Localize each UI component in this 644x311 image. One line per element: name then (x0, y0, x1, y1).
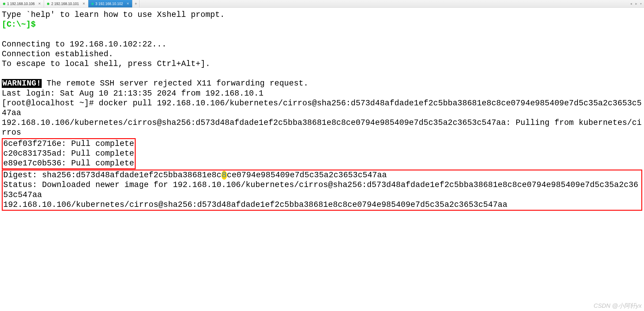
tab-session-3[interactable]: 3 192.168.10.102 ✕ (88, 0, 132, 7)
tab-nav-left-icon[interactable]: ◄ (629, 2, 633, 5)
close-icon[interactable]: ✕ (38, 2, 41, 6)
shell-prompt: [root@localhost ~]# (2, 99, 99, 108)
connecting-line: Connecting to 192.168.10.102:22... (2, 40, 167, 49)
tab-bar: 1 192.168.10.106 ✕ 2 192.168.10.101 ✕ 3 … (0, 0, 644, 8)
tab-session-2[interactable]: 2 192.168.10.101 ✕ (44, 0, 88, 7)
terminal-output[interactable]: Type `help' to learn how to use Xshell p… (0, 8, 644, 213)
cursor-highlight: 8 (221, 171, 227, 180)
last-login-line: Last login: Sat Aug 10 21:13:35 2024 fro… (2, 89, 264, 98)
new-tab-button[interactable]: + (132, 0, 139, 7)
digest-prefix: Digest: sha256:d573d48afdade1ef2c5bba386… (3, 171, 221, 180)
status-dot-icon (3, 3, 5, 5)
layer-line: e89e17c0b536: Pull complete (3, 159, 134, 168)
close-icon[interactable]: ✕ (126, 2, 129, 6)
digest-suffix: ce0794e985409e7d5c35a2c3653c547aa (227, 171, 387, 180)
status-line: Status: Downloaded newer image for 192.1… (3, 181, 638, 199)
layer-line: c20c831735ad: Pull complete (3, 149, 134, 158)
tab-session-1[interactable]: 1 192.168.10.106 ✕ (0, 0, 44, 7)
local-prompt: [C:\~]$ (2, 20, 40, 29)
tab-nav-controls: ◄ ► ▾ (629, 0, 644, 7)
final-ref-line: 192.168.10.106/kubernetes/cirros@sha256:… (3, 200, 507, 209)
tab-label: 1 192.168.10.106 (7, 2, 35, 6)
warning-label: WARNING! (2, 79, 42, 88)
tab-label: 3 192.168.10.102 (95, 2, 123, 6)
status-dot-icon (47, 3, 49, 5)
layers-annotation-box: 6cef03f2716e: Pull complete c20c831735ad… (2, 138, 136, 170)
tab-nav-menu-icon[interactable]: ▾ (640, 2, 642, 5)
layer-line: 6cef03f2716e: Pull complete (3, 139, 134, 148)
warning-text: The remote SSH server rejected X11 forwa… (42, 79, 308, 88)
established-line: Connection established. (2, 50, 113, 59)
result-annotation-box: Digest: sha256:d573d48afdade1ef2c5bba386… (2, 170, 642, 211)
status-dot-icon (91, 3, 94, 5)
help-line: Type `help' to learn how to use Xshell p… (2, 10, 225, 19)
close-icon[interactable]: ✕ (82, 2, 85, 6)
tab-label: 2 192.168.10.101 (51, 2, 79, 6)
tab-nav-right-icon[interactable]: ► (634, 2, 638, 5)
pulling-line: 192.168.10.106/kubernetes/cirros@sha256:… (2, 118, 642, 137)
escape-line: To escape to local shell, press Ctrl+Alt… (2, 59, 210, 68)
